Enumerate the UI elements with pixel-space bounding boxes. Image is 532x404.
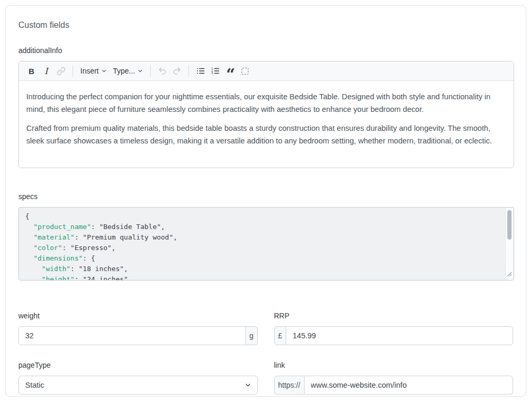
custom-fields-card: Custom fields additionalInfo B I Insert … [5,5,526,397]
code-block-button[interactable] [237,64,252,78]
ordered-list-button[interactable]: 123 [208,64,223,78]
link-label: link [274,360,514,370]
blockquote-button[interactable]: “ [223,64,237,78]
insert-dropdown[interactable]: Insert [77,64,110,78]
redo-icon [172,66,182,76]
pagetype-select[interactable]: Static [18,376,258,395]
specs-code-content: { "product_name": "Bedside Table", "mate… [19,208,514,281]
toolbar-separator [72,65,73,77]
bullet-list-button[interactable] [193,64,208,78]
rich-text-editor: B I Insert Type... [18,61,514,168]
specs-scrollbar[interactable] [505,208,513,279]
weight-unit-addon: g [246,326,258,345]
undo-button[interactable] [155,64,170,78]
rte-content-area[interactable]: Introducing the perfect companion for yo… [19,81,514,168]
specs-scrollbar-thumb[interactable] [507,210,512,240]
pagetype-select-wrap: Static [18,376,258,395]
redo-button[interactable] [170,64,184,78]
weight-label: weight [18,311,258,320]
weight-input[interactable] [18,326,246,345]
ordered-list-icon: 123 [211,66,220,76]
toolbar-separator [189,65,189,77]
specs-code-editor[interactable]: { "product_name": "Bedside Table", "mate… [18,207,514,281]
toolbar-separator [150,65,151,77]
protocol-addon: https:// [274,376,305,395]
additionalinfo-label: additionalInfo [18,46,513,55]
italic-button[interactable]: I [39,64,54,78]
svg-text:3: 3 [212,71,213,75]
rrp-label: RRP [274,311,514,320]
blockquote-icon: “ [226,65,234,77]
chevron-down-icon [138,68,143,74]
undo-icon [158,66,167,76]
card-title: Custom fields [18,20,513,30]
currency-addon: £ [274,326,287,345]
chevron-down-icon [101,68,107,74]
bold-button[interactable]: B [24,64,39,78]
type-dropdown[interactable]: Type... [110,64,146,78]
link-button[interactable] [54,64,68,78]
resize-handle-icon[interactable] [507,270,512,279]
link-input-group: https:// [274,376,514,395]
rte-toolbar: B I Insert Type... [19,61,514,81]
link-input[interactable] [305,376,513,395]
pagetype-label: pageType [18,360,258,370]
bullet-list-icon [196,66,205,76]
rrp-input-group: £ [274,326,514,345]
dashed-box-icon [242,68,248,75]
editor-paragraph: Crafted from premium quality materials, … [26,122,506,147]
rrp-input[interactable] [286,326,513,345]
link-icon [57,67,66,76]
specs-label: specs [18,192,513,201]
editor-paragraph: Introducing the perfect companion for yo… [26,90,506,116]
weight-input-group: g [18,326,258,345]
